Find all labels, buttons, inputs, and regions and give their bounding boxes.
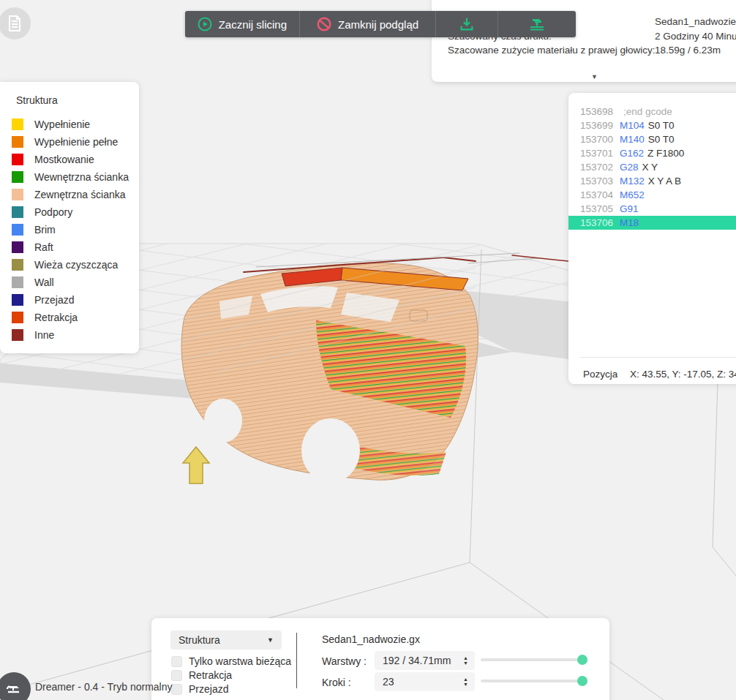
layers-slider[interactable] [481, 655, 587, 665]
legend-swatch [12, 312, 23, 323]
legend-swatch [12, 276, 23, 288]
legend-swatch [12, 154, 23, 165]
extruder-printer-icon [4, 680, 23, 699]
layers-label: Warstwy : [322, 655, 367, 667]
gcode-line[interactable]: 153701G162Z F1800 [568, 146, 736, 160]
material-usage-value: 18.59g / 6.23m [655, 45, 721, 56]
legend-item: Wypełnienie [0, 116, 139, 133]
slider-track[interactable] [481, 680, 583, 682]
printer-status-text: Dreamer - 0.4 - Tryb normalny [35, 681, 173, 693]
gcode-viewer-panel: 153698;end gcode 153699M104S0 T0 153700M… [568, 93, 736, 384]
legend-swatch [12, 189, 23, 200]
position-value: X: 43.55, Y: -17.05, Z: 34.81 [630, 364, 736, 385]
layers-value: 192 / 34.71mm [383, 655, 463, 666]
gcode-line[interactable]: 153702G28X Y [568, 160, 736, 174]
legend-swatch [12, 118, 23, 130]
direction-arrow-icon [183, 447, 209, 483]
view-mode-value: Struktura [179, 634, 267, 646]
close-preview-button[interactable]: Zamknij podgląd [299, 11, 436, 37]
printer-icon [528, 16, 546, 32]
slider-handle[interactable] [577, 676, 587, 686]
checkbox [171, 656, 182, 667]
start-slicing-label: Zacznij slicing [219, 18, 287, 31]
start-slicing-button[interactable]: Zacznij slicing [185, 11, 299, 37]
print-time-value: 2 Godziny 40 Minut [655, 31, 736, 42]
send-to-printer-button[interactable] [497, 11, 576, 37]
legend-swatch [12, 259, 23, 271]
checkbox [171, 684, 182, 695]
checkbox-travel[interactable]: Przejazd [171, 683, 228, 695]
stepper-down-icon[interactable]: ▼ [463, 682, 468, 687]
preview-controls-panel: Struktura ▼ Tylko warstwa bieżąca Retrak… [151, 618, 609, 700]
material-usage-label: Szacowane zużycie materiału z prawej gło… [448, 45, 656, 56]
divider [580, 357, 736, 358]
steps-label: Kroki : [322, 677, 351, 688]
legend-item: Zewnętrzna ścianka [0, 186, 139, 203]
legend-item: Wewnętrzna ścianka [0, 168, 139, 186]
stepper-up-icon[interactable]: ▲ [463, 655, 468, 661]
stepper-down-icon[interactable]: ▼ [463, 661, 468, 666]
position-label: Pozycja [583, 364, 617, 385]
legend-swatch [12, 329, 23, 341]
legend-item: Wieża czyszcząca [0, 256, 139, 274]
save-gcode-button[interactable] [435, 11, 497, 37]
checkbox-retraction[interactable]: Retrakcja [171, 669, 232, 681]
legend-swatch [12, 294, 23, 306]
document-icon [7, 15, 22, 31]
stepper-up-icon[interactable]: ▲ [463, 677, 468, 682]
slider-handle[interactable] [577, 655, 587, 665]
preview-toolbar: Zacznij slicing Zamknij podgląd [185, 11, 576, 37]
gcode-line[interactable]: 153704M652 [568, 188, 736, 202]
legend-item: Inne [0, 326, 139, 344]
legend-item: Raft [0, 238, 139, 256]
gcode-line[interactable]: 153700M140S0 T0 [568, 132, 736, 146]
legend-item: Brim [0, 221, 139, 238]
legend-swatch [12, 241, 23, 253]
legend-swatch [12, 224, 23, 236]
close-preview-label: Zamknij podgląd [338, 18, 418, 31]
legend-swatch [12, 206, 23, 218]
download-icon [459, 16, 475, 32]
gcode-line[interactable]: 153703M132X Y A B [568, 174, 736, 188]
info-file-name: Sedan1_nadwozie.gx [655, 16, 736, 27]
chevron-down-icon: ▼ [267, 636, 274, 644]
layers-stepper[interactable]: 192 / 34.71mm ▲▼ [375, 651, 475, 670]
legend-title: Struktura [16, 94, 58, 106]
position-readout: Pozycja X: 43.55, Y: -17.05, Z: 34.81 [568, 364, 736, 385]
structure-legend-panel: Struktura Wypełnienie Wypełnienie pełne … [0, 82, 139, 353]
play-icon [198, 17, 212, 31]
collapse-arrow-icon[interactable]: ▼ [591, 73, 598, 80]
legend-item: Podpory [0, 203, 139, 221]
legend-item: Wypełnienie pełne [0, 133, 139, 151]
steps-slider[interactable] [481, 676, 587, 686]
steps-stepper[interactable]: 23 ▲▼ [375, 672, 475, 691]
gcode-line[interactable]: 153705G91 [568, 202, 736, 216]
no-entry-icon [317, 17, 331, 31]
file-menu-button[interactable] [0, 7, 31, 39]
legend-item: Mostkowanie [0, 151, 139, 168]
legend-item: Przejazd [0, 291, 139, 309]
steps-value: 23 [383, 676, 463, 688]
checkbox-only-current-layer[interactable]: Tylko warstwa bieżąca [171, 655, 291, 667]
legend-swatch [12, 136, 23, 148]
view-mode-dropdown[interactable]: Struktura ▼ [170, 631, 282, 650]
slider-track[interactable] [481, 658, 583, 661]
current-file-name: Sedan1_nadwozie.gx [322, 633, 420, 645]
legend-item: Retrakcja [0, 309, 139, 326]
gcode-line[interactable]: 153698;end gcode [568, 105, 736, 118]
checkbox [171, 670, 182, 681]
gcode-line[interactable]: 153699M104S0 T0 [568, 118, 736, 132]
legend-swatch [12, 171, 23, 183]
divider [296, 633, 297, 688]
gcode-line-selected[interactable]: 153706M18 [568, 216, 736, 230]
legend-item: Wall [0, 274, 139, 291]
